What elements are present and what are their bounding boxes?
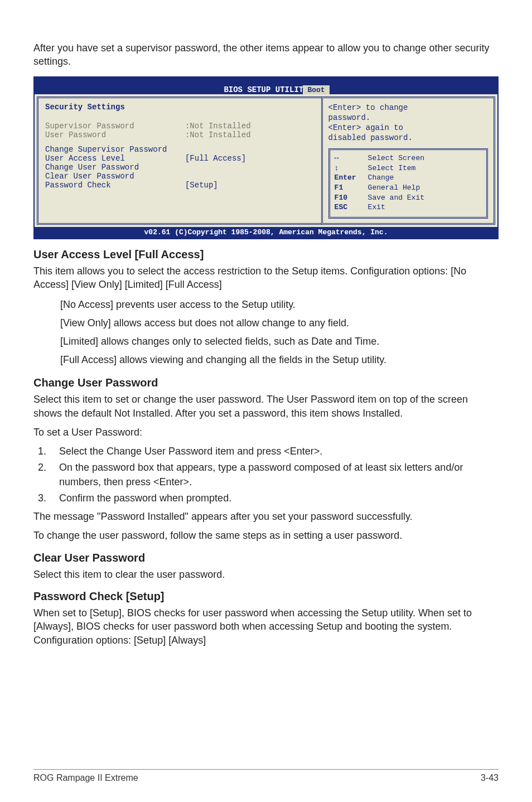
user-access-level-heading: User Access Level [Full Access] xyxy=(33,248,499,261)
bios-left-panel: Security Settings Supervisor Password :N… xyxy=(37,96,321,225)
bios-key-legend: ↔ Select Screen ↕ Select Item Enter Chan… xyxy=(328,148,488,218)
bios-title: BIOS SETUP UTILITY xyxy=(35,84,497,94)
footer-left: ROG Rampage II Extreme xyxy=(33,773,138,783)
user-password-value: :Not Installed xyxy=(185,131,251,139)
clear-user-password-heading: Clear User Password xyxy=(33,552,499,564)
legend-enter-key: Enter xyxy=(335,173,368,183)
user-password-row: User Password :Not Installed xyxy=(45,131,315,139)
user-access-level-value: [Full Access] xyxy=(185,154,246,163)
bios-right-panel: <Enter> to change password. <Enter> agai… xyxy=(321,96,495,225)
change-supervisor-password-label: Change Supervisor Password xyxy=(45,145,185,154)
password-installed-message: The message "Password Installed" appears… xyxy=(33,510,499,523)
bios-tab-boot[interactable]: Boot xyxy=(303,85,329,94)
set-password-steps: Select the Change User Password item and… xyxy=(33,445,499,505)
access-option-no-access: [No Access] prevents user access to the … xyxy=(60,297,499,313)
change-user-password-desc: Select this item to set or change the us… xyxy=(33,393,499,420)
supervisor-password-label: Supervisor Password xyxy=(45,122,185,131)
password-check-heading: Password Check [Setup] xyxy=(33,590,499,603)
legend-f1-key: F1 xyxy=(335,183,368,193)
supervisor-password-row: Supervisor Password :Not Installed xyxy=(45,122,315,131)
password-check-desc: When set to [Setup], BIOS checks for use… xyxy=(33,606,499,647)
access-option-limited: [Limited] allows changes only to selecte… xyxy=(60,334,499,350)
legend-esc-key: ESC xyxy=(335,202,368,212)
password-check-value: [Setup] xyxy=(185,181,218,190)
step-2: On the password box that appears, type a… xyxy=(49,461,499,489)
bios-help-text: <Enter> to change password. <Enter> agai… xyxy=(328,103,488,143)
bios-title-bar: BIOS SETUP UTILITY Boot xyxy=(35,78,497,94)
legend-f10-key: F10 xyxy=(335,193,368,203)
change-user-password-label: Change User Password xyxy=(45,163,185,172)
arrow-up-down-icon: ↕ xyxy=(335,163,368,173)
user-password-label: User Password xyxy=(45,131,185,139)
access-options-list: [No Access] prevents user access to the … xyxy=(60,297,499,368)
change-user-password-heading: Change User Password xyxy=(33,376,499,389)
clear-user-password-label: Clear User Password xyxy=(45,172,185,181)
legend-select-item: Select Item xyxy=(368,163,416,173)
legend-f1-text: General Help xyxy=(368,183,420,193)
bios-copyright-footer: v02.61 (C)Copyright 1985-2008, American … xyxy=(35,227,497,238)
password-check-item[interactable]: Password Check [Setup] xyxy=(45,181,315,190)
security-settings-heading: Security Settings xyxy=(45,103,315,112)
arrow-left-right-icon: ↔ xyxy=(335,153,368,163)
clear-user-password-desc: Select this item to clear the user passw… xyxy=(33,568,499,581)
page-footer: ROG Rampage II Extreme 3-43 xyxy=(33,769,499,783)
legend-esc-text: Exit xyxy=(368,202,385,212)
change-password-note: To change the user password, follow the … xyxy=(33,529,499,542)
help-line-2: password. xyxy=(328,113,488,123)
change-supervisor-password-item[interactable]: Change Supervisor Password xyxy=(45,145,315,154)
footer-page-number: 3-43 xyxy=(481,773,499,783)
to-set-user-password: To set a User Password: xyxy=(33,426,499,439)
help-line-4: disabled password. xyxy=(328,133,488,143)
help-line-3: <Enter> again to xyxy=(328,123,488,133)
change-user-password-item[interactable]: Change User Password xyxy=(45,163,315,172)
legend-select-screen: Select Screen xyxy=(368,153,424,163)
legend-enter-text: Change xyxy=(368,173,394,183)
user-access-level-label: User Access Level xyxy=(45,154,185,163)
step-3: Confirm the password when prompted. xyxy=(49,491,499,505)
password-check-label: Password Check xyxy=(45,181,185,190)
intro-paragraph: After you have set a supervisor password… xyxy=(33,41,499,69)
supervisor-password-value: :Not Installed xyxy=(185,122,251,131)
user-access-level-desc: This item allows you to select the acces… xyxy=(33,264,499,292)
access-option-full-access: [Full Access] allows viewing and changin… xyxy=(60,352,499,368)
legend-f10-text: Save and Exit xyxy=(368,193,424,203)
user-access-level-item[interactable]: User Access Level [Full Access] xyxy=(45,154,315,163)
step-1: Select the Change User Password item and… xyxy=(49,445,499,458)
access-option-view-only: [View Only] allows access but does not a… xyxy=(60,315,499,331)
clear-user-password-item[interactable]: Clear User Password xyxy=(45,172,315,181)
help-line-1: <Enter> to change xyxy=(328,103,488,113)
bios-setup-panel: BIOS SETUP UTILITY Boot Security Setting… xyxy=(33,76,499,239)
